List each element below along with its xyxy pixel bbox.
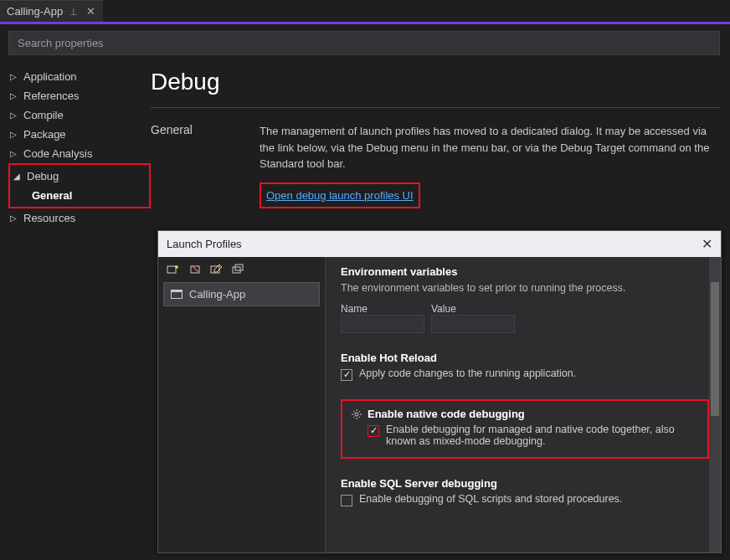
hot-reload-label: Apply code changes to the running applic… — [359, 367, 576, 379]
nav-debug[interactable]: ◢ Debug — [12, 167, 147, 186]
tab-bar: Calling-App ⟂ ✕ — [0, 0, 730, 22]
nav-debug-highlight: ◢ Debug General — [8, 163, 151, 208]
gear-icon — [351, 408, 362, 420]
close-icon[interactable]: ✕ — [85, 5, 96, 18]
window-icon — [171, 290, 182, 299]
rename-profile-icon[interactable] — [210, 264, 224, 275]
dialog-content: Environment variables The environment va… — [326, 257, 721, 552]
nav-package[interactable]: ▷ Package — [8, 125, 151, 144]
sql-debug-group: Enable SQL Server debugging Enable debug… — [341, 477, 709, 506]
chevron-right-icon: ▷ — [10, 72, 20, 81]
chevron-right-icon: ▷ — [10, 213, 20, 223]
svg-point-6 — [355, 413, 358, 416]
chevron-right-icon: ▷ — [10, 91, 20, 100]
env-vars-group: Environment variables The environment va… — [341, 265, 709, 333]
chevron-down-icon: ◢ — [13, 172, 23, 181]
chevron-right-icon: ▷ — [10, 110, 20, 120]
dialog-sidebar: Calling-App — [158, 257, 326, 552]
pin-icon[interactable]: ⟂ — [68, 5, 80, 18]
chevron-right-icon: ▷ — [10, 130, 20, 139]
env-value-input[interactable] — [431, 315, 515, 333]
env-name-input[interactable] — [341, 315, 424, 333]
svg-rect-0 — [167, 266, 176, 273]
link-highlight: Open debug launch profiles UI — [260, 182, 420, 209]
main-panel: Debug General The management of launch p… — [151, 64, 730, 228]
nav-references[interactable]: ▷ References — [8, 86, 151, 105]
native-debug-label: Enable debugging for managed and native … — [386, 424, 699, 447]
divider — [151, 107, 720, 108]
duplicate-profile-icon[interactable] — [232, 264, 245, 275]
open-launch-profiles-link[interactable]: Open debug launch profiles UI — [266, 189, 414, 202]
nav-application[interactable]: ▷ Application — [8, 67, 151, 86]
tab-title: Calling-App — [7, 5, 63, 18]
sql-debug-title: Enable SQL Server debugging — [341, 477, 709, 490]
sql-debug-checkbox[interactable] — [341, 495, 352, 506]
sql-debug-label: Enable debugging of SQL scripts and stor… — [359, 493, 622, 505]
dialog-title-text: Launch Profiles — [167, 238, 242, 250]
section-label: General — [151, 123, 226, 208]
profile-item[interactable]: Calling-App — [163, 282, 320, 306]
nav-code-analysis[interactable]: ▷ Code Analysis — [8, 144, 151, 163]
dialog-titlebar: Launch Profiles ✕ — [158, 231, 721, 257]
chevron-right-icon: ▷ — [10, 149, 20, 158]
native-debug-title: Enable native code debugging — [368, 408, 699, 420]
env-vars-title: Environment variables — [341, 265, 709, 278]
nav-resources[interactable]: ▷ Resources — [8, 208, 151, 228]
hot-reload-checkbox[interactable] — [341, 369, 352, 381]
profile-name: Calling-App — [189, 288, 245, 301]
native-debug-checkbox[interactable] — [368, 425, 379, 437]
hot-reload-title: Enable Hot Reload — [341, 352, 709, 364]
env-vars-desc: The environment variables to set prior t… — [341, 281, 709, 296]
native-debug-highlight: Enable native code debugging Enable debu… — [341, 399, 709, 459]
hot-reload-group: Enable Hot Reload Apply code changes to … — [341, 352, 709, 381]
launch-profiles-dialog: Launch Profiles ✕ Calling-App — [157, 230, 722, 553]
search-input[interactable] — [8, 31, 720, 55]
env-name-label: Name — [341, 303, 424, 315]
section-body: The management of launch profiles has mo… — [260, 123, 720, 208]
nav-compile[interactable]: ▷ Compile — [8, 105, 151, 125]
profile-toolbar — [163, 262, 320, 282]
search-wrap — [8, 31, 730, 64]
new-profile-icon[interactable] — [167, 264, 180, 275]
env-value-label: Value — [431, 303, 515, 315]
section-description: The management of launch profiles has mo… — [260, 123, 720, 172]
delete-profile-icon[interactable] — [188, 264, 202, 275]
scroll-thumb[interactable] — [711, 282, 719, 416]
document-tab[interactable]: Calling-App ⟂ ✕ — [0, 0, 103, 22]
nav-debug-general[interactable]: General — [12, 186, 147, 205]
page-title: Debug — [151, 69, 720, 95]
nav-tree: ▷ Application ▷ References ▷ Compile ▷ P… — [8, 64, 151, 228]
close-icon[interactable]: ✕ — [702, 236, 712, 252]
scrollbar[interactable] — [709, 257, 721, 552]
